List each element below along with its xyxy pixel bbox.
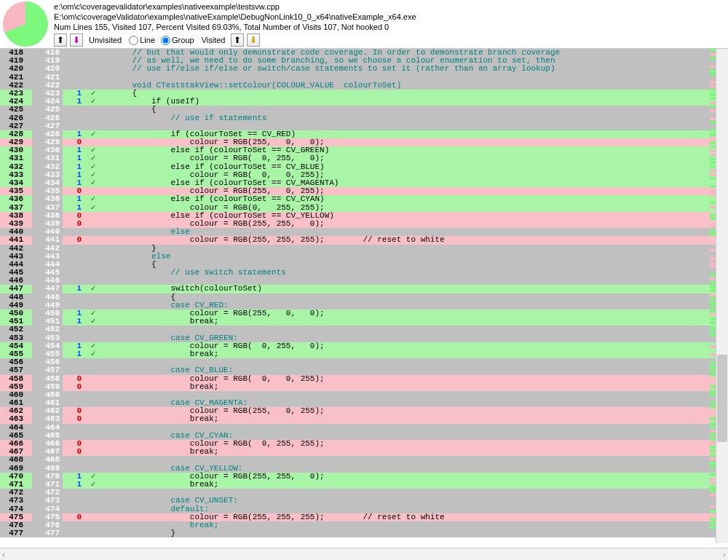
overview-segment[interactable] <box>710 229 716 232</box>
overview-segment[interactable] <box>710 390 716 393</box>
code-line[interactable]: 4554551✓ break; <box>0 350 716 358</box>
overview-segment[interactable] <box>710 345 716 348</box>
overview-segment[interactable] <box>710 526 716 529</box>
next-unvisited-button[interactable]: ⬇ <box>70 33 83 47</box>
code-line[interactable]: 4634630 break; <box>0 415 716 423</box>
overview-segment[interactable] <box>710 374 716 376</box>
overview-segment[interactable] <box>710 406 716 409</box>
overview-segment[interactable] <box>710 157 716 160</box>
overview-segment[interactable] <box>710 273 716 276</box>
overview-segment[interactable] <box>710 57 716 60</box>
scroll-right-icon[interactable]: › <box>723 550 726 559</box>
overview-segment[interactable] <box>710 289 716 292</box>
overview-segment[interactable] <box>710 201 716 204</box>
overview-segment[interactable] <box>710 385 716 388</box>
code-line[interactable]: 4474471✓ switch(colourToSet) <box>0 285 716 293</box>
code-line[interactable]: 473473 case CV_UNSET: <box>0 497 716 505</box>
overview-segment[interactable] <box>710 117 716 120</box>
overview-segment[interactable] <box>710 518 716 521</box>
overview-segment[interactable] <box>710 441 716 444</box>
code-line[interactable]: 4584580 colour = RGB( 0, 0, 255); <box>0 375 716 383</box>
overview-segment[interactable] <box>710 486 716 489</box>
overview-segment[interactable] <box>710 249 716 252</box>
overview-segment[interactable] <box>710 417 716 420</box>
overview-segment[interactable] <box>710 65 716 68</box>
overview-segment[interactable] <box>710 257 716 260</box>
prev-visited-button[interactable]: ⬆ <box>231 33 244 47</box>
overview-segment[interactable] <box>710 438 716 441</box>
code-line[interactable]: 477477 } <box>0 529 716 537</box>
code-line[interactable]: 4674670 break; <box>0 448 716 456</box>
code-line[interactable]: 474474 default: <box>0 505 716 513</box>
code-line[interactable]: 420420 // use if/else if/else or switch/… <box>0 65 716 73</box>
overview-segment[interactable] <box>710 393 716 396</box>
overview-segment[interactable] <box>710 457 716 460</box>
overview-segment[interactable] <box>710 465 716 468</box>
horizontal-scrollbar[interactable]: ‹ › <box>0 548 728 560</box>
code-line[interactable]: 426426 // use if statements <box>0 114 716 122</box>
overview-segment[interactable] <box>710 297 716 300</box>
overview-segment[interactable] <box>710 494 716 497</box>
overview-segment[interactable] <box>710 422 716 425</box>
overview-segment[interactable] <box>710 478 716 481</box>
overview-segment[interactable] <box>710 177 716 180</box>
overview-segment[interactable] <box>710 293 716 296</box>
overview-segment[interactable] <box>710 334 716 336</box>
overview-segment[interactable] <box>710 369 716 372</box>
prev-unvisited-button[interactable]: ⬆ <box>54 33 67 47</box>
overview-segment[interactable] <box>710 169 716 172</box>
overview-segment[interactable] <box>710 73 716 76</box>
overview-segment[interactable] <box>710 305 716 308</box>
overview-segment[interactable] <box>710 101 716 104</box>
scroll-left-icon[interactable]: ‹ <box>2 550 5 559</box>
overview-segment[interactable] <box>710 446 716 449</box>
overview-segment[interactable] <box>710 366 716 368</box>
overview-segment[interactable] <box>710 313 716 316</box>
overview-segment[interactable] <box>710 277 716 280</box>
overview-segment[interactable] <box>710 53 716 56</box>
overview-segment[interactable] <box>710 89 716 92</box>
overview-segment[interactable] <box>710 285 716 288</box>
overview-segment[interactable] <box>710 321 716 324</box>
overview-segment[interactable] <box>710 481 716 484</box>
radio-group[interactable]: Group <box>161 36 194 45</box>
code-line[interactable]: 4314311✓ colour = RGB( 0, 255, 0); <box>0 154 716 162</box>
overview-segment[interactable] <box>710 505 716 508</box>
overview-segment[interactable] <box>710 85 716 88</box>
overview-segment[interactable] <box>710 121 716 124</box>
overview-segment[interactable] <box>710 213 716 216</box>
overview-segment[interactable] <box>710 141 716 144</box>
overview-segment[interactable] <box>710 265 716 268</box>
overview-segment[interactable] <box>710 425 716 428</box>
overview-segment[interactable] <box>710 129 716 132</box>
overview-segment[interactable] <box>710 137 716 140</box>
overview-segment[interactable] <box>710 462 716 465</box>
overview-segment[interactable] <box>710 473 716 476</box>
overview-segment[interactable] <box>710 326 716 328</box>
overview-segment[interactable] <box>710 281 716 284</box>
overview-segment[interactable] <box>710 309 716 312</box>
overview-segment[interactable] <box>710 149 716 152</box>
next-visited-button[interactable]: ⬇ <box>247 33 260 47</box>
overview-segment[interactable] <box>710 165 716 168</box>
overview-segment[interactable] <box>710 454 716 457</box>
code-line[interactable]: 4714711✓ break; <box>0 481 716 489</box>
code-line[interactable]: 4364361✓ else if (colourToSet == CV_CYAN… <box>0 195 716 203</box>
code-line[interactable]: 468468 <box>0 456 716 464</box>
overview-segment[interactable] <box>710 353 716 356</box>
overview-segment[interactable] <box>710 193 716 196</box>
overview-segment[interactable] <box>710 225 716 228</box>
overview-segment[interactable] <box>710 318 716 320</box>
code-line[interactable]: 425425 { <box>0 106 716 114</box>
overview-segment[interactable] <box>710 153 716 156</box>
overview-segment[interactable] <box>710 185 716 188</box>
overview-segment[interactable] <box>710 69 716 72</box>
code-line[interactable]: 445445 // use switch statements <box>0 269 716 277</box>
overview-segment[interactable] <box>710 329 716 332</box>
overview-segment[interactable] <box>710 133 716 136</box>
code-line[interactable]: 452452 <box>0 326 716 334</box>
overview-segment[interactable] <box>710 401 716 404</box>
vertical-scrollbar-thumb[interactable] <box>717 355 727 442</box>
overview-segment[interactable] <box>710 233 716 236</box>
overview-segment[interactable] <box>710 93 716 96</box>
